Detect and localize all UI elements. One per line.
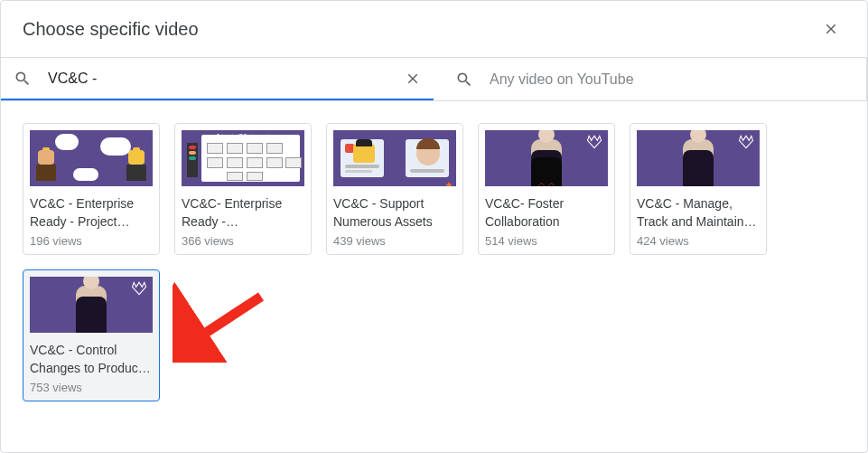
- gitlab-logo-icon: [585, 133, 603, 151]
- video-title: VC&C - Support Numerous Assets: [333, 194, 456, 231]
- video-title: VC&C- Foster Collaboration: [485, 194, 608, 231]
- search-icon: [14, 70, 32, 88]
- gitlab-logo-icon: [737, 133, 755, 151]
- video-thumbnail: [637, 130, 760, 186]
- search-input-youtube[interactable]: [490, 71, 854, 88]
- video-thumbnail: [30, 130, 153, 186]
- video-thumbnail: [485, 130, 608, 186]
- search-row: [1, 58, 867, 101]
- close-icon: [823, 21, 839, 37]
- search-input-channel[interactable]: [48, 71, 405, 87]
- dialog-title: Choose specific video: [23, 19, 199, 40]
- video-title: VC&C - Control Changes to Produc…: [30, 341, 153, 377]
- video-title: VC&C- Enterprise Ready -…: [182, 194, 304, 231]
- search-box-youtube[interactable]: [434, 58, 867, 100]
- gitlab-logo-icon: [130, 279, 148, 297]
- clear-search-button[interactable]: [405, 71, 421, 87]
- video-card[interactable]: VC&C - Support Numerous Assets 439 views: [326, 123, 463, 255]
- search-box-channel[interactable]: [1, 58, 434, 100]
- video-thumbnail: Enterprise IT Environment: [182, 130, 304, 186]
- video-thumbnail: [333, 130, 456, 186]
- choose-video-dialog: Choose specific video: [0, 0, 868, 453]
- video-card[interactable]: VC&C - Control Changes to Produc… 753 vi…: [23, 269, 160, 401]
- search-icon: [455, 71, 473, 89]
- video-views: 366 views: [182, 234, 304, 248]
- video-thumbnail: [30, 277, 153, 333]
- video-card[interactable]: Enterprise IT Environment VC&C- Enterpri…: [174, 123, 312, 255]
- video-views: 196 views: [30, 234, 153, 248]
- video-views: 753 views: [30, 381, 153, 394]
- video-title: VC&C - Manage, Track and Maintain…: [637, 194, 760, 231]
- video-card[interactable]: VC&C- Foster Collaboration 514 views: [478, 123, 615, 255]
- dialog-header: Choose specific video: [1, 1, 867, 58]
- video-card[interactable]: VC&C - Manage, Track and Maintain… 424 v…: [630, 123, 767, 255]
- video-title: VC&C - Enterprise Ready - Project…: [30, 194, 153, 231]
- video-views: 424 views: [637, 234, 760, 248]
- video-card[interactable]: VC&C - Enterprise Ready - Project… 196 v…: [23, 123, 160, 255]
- close-icon: [405, 71, 421, 87]
- video-views: 514 views: [485, 234, 608, 248]
- close-button[interactable]: [817, 14, 845, 43]
- video-views: 439 views: [333, 234, 456, 248]
- results-grid: VC&C - Enterprise Ready - Project… 196 v…: [1, 101, 867, 423]
